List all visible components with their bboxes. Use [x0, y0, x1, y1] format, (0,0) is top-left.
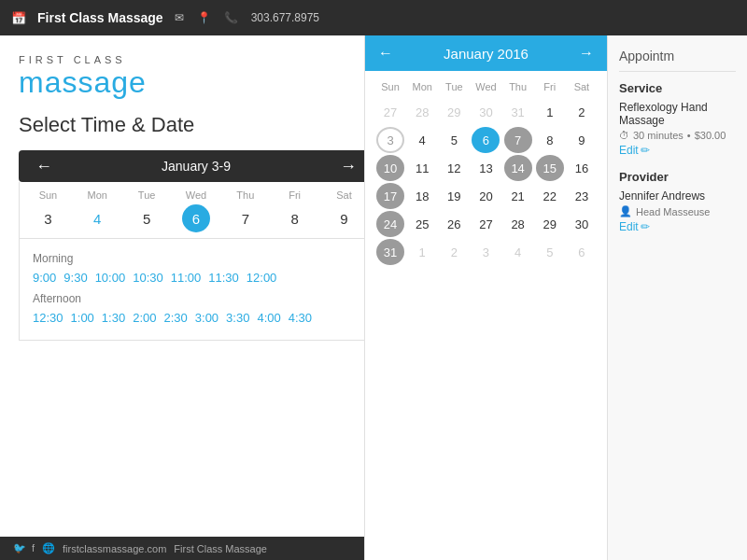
afternoon-slot-2-30[interactable]: 2:30 [163, 311, 187, 325]
cal-cell-27[interactable]: 27 [472, 211, 500, 237]
cal-hdr-sun: Sun [374, 78, 406, 95]
cal-cell-6[interactable]: 6 [472, 127, 500, 153]
morning-slot-9-00[interactable]: 9:00 [33, 271, 56, 285]
cal-cell-30[interactable]: 30 [472, 99, 500, 125]
cal-cell-15[interactable]: 15 [536, 155, 564, 181]
cal-cell-14[interactable]: 14 [504, 155, 532, 181]
cal-cell-31[interactable]: 31 [504, 99, 532, 125]
day-num-3[interactable]: 3 [34, 204, 62, 232]
calendar-days-header: SunMonTueWedThuFriSat [374, 78, 598, 95]
week-prev-button[interactable]: ← [32, 158, 56, 175]
cal-cell-1[interactable]: 1 [408, 239, 436, 265]
day-col-tue[interactable]: Tue5 [125, 189, 168, 232]
cal-prev-button[interactable]: ← [378, 45, 393, 62]
morning-slot-11-00[interactable]: 11:00 [171, 271, 202, 285]
morning-slot-11-30[interactable]: 11:30 [208, 271, 239, 285]
cal-hdr-fri: Fri [534, 78, 566, 95]
morning-slot-12-00[interactable]: 12:00 [247, 271, 277, 285]
day-num-7[interactable]: 7 [232, 204, 260, 232]
edit-service-icon: ✏ [641, 144, 650, 157]
cal-cell-24[interactable]: 24 [376, 211, 404, 237]
day-name-fri: Fri [274, 189, 317, 201]
afternoon-slot-1-30[interactable]: 1:30 [102, 311, 125, 325]
cal-cell-10[interactable]: 10 [376, 155, 404, 181]
afternoon-slot-3-30[interactable]: 3:30 [226, 311, 249, 325]
cal-cell-29[interactable]: 29 [440, 99, 468, 125]
morning-slot-10-00[interactable]: 10:00 [95, 271, 126, 285]
afternoon-slot-2-00[interactable]: 2:00 [133, 311, 156, 325]
location-icon: 📍 [197, 11, 211, 24]
cal-cell-9[interactable]: 9 [568, 127, 596, 153]
cal-cell-18[interactable]: 18 [408, 183, 436, 209]
cal-cell-26[interactable]: 26 [440, 211, 468, 237]
twitter-icon[interactable]: 🐦 [13, 542, 26, 554]
cal-cell-19[interactable]: 19 [440, 183, 468, 209]
cal-cell-3[interactable]: 3 [376, 127, 404, 153]
edit-service-button[interactable]: Edit ✏ [619, 144, 736, 157]
afternoon-slot-4-00[interactable]: 4:00 [257, 311, 280, 325]
cal-cell-23[interactable]: 23 [568, 183, 596, 209]
cal-cell-11[interactable]: 11 [408, 155, 436, 181]
footer-social: 🐦 f [13, 542, 35, 554]
edit-service-label: Edit [619, 144, 639, 157]
afternoon-slot-12-30[interactable]: 12:30 [33, 311, 63, 325]
cal-cell-21[interactable]: 21 [504, 183, 532, 209]
week-picker: ← January 3-9 → [19, 150, 364, 182]
cal-cell-16[interactable]: 16 [568, 155, 596, 181]
week-next-button[interactable]: → [336, 158, 360, 175]
cal-cell-4[interactable]: 4 [408, 127, 436, 153]
footer-brand: First Class Massage [174, 543, 267, 554]
service-duration-price: ⏱ 30 minutes • $30.00 [619, 130, 736, 141]
cal-week-4: 24252627282930 [374, 211, 598, 237]
cal-cell-4[interactable]: 4 [504, 239, 532, 265]
cal-cell-5[interactable]: 5 [440, 127, 468, 153]
cal-week-2: 10111213141516 [374, 155, 598, 181]
cal-cell-28[interactable]: 28 [408, 99, 436, 125]
cal-cell-13[interactable]: 13 [472, 155, 500, 181]
cal-cell-5[interactable]: 5 [536, 239, 564, 265]
day-col-sat[interactable]: Sat9 [322, 189, 364, 232]
day-col-fri[interactable]: Fri8 [274, 189, 317, 232]
afternoon-slot-3-00[interactable]: 3:00 [195, 311, 218, 325]
cal-cell-31[interactable]: 31 [376, 239, 404, 265]
day-col-sun[interactable]: Sun3 [26, 189, 69, 232]
afternoon-slot-1-00[interactable]: 1:00 [71, 311, 94, 325]
day-num-9[interactable]: 9 [330, 204, 358, 232]
cal-cell-2[interactable]: 2 [440, 239, 468, 265]
person-icon: 👤 [619, 205, 632, 217]
cal-cell-1[interactable]: 1 [536, 99, 564, 125]
day-col-thu[interactable]: Thu7 [224, 189, 267, 232]
morning-slot-10-30[interactable]: 10:30 [133, 271, 163, 285]
clock-icon: ⏱ [619, 130, 629, 141]
day-col-mon[interactable]: Mon4 [76, 189, 119, 232]
day-num-8[interactable]: 8 [281, 204, 309, 232]
morning-slots: 9:009:3010:0010:3011:0011:3012:00 [33, 271, 359, 285]
cal-cell-3[interactable]: 3 [472, 239, 500, 265]
calendar-header: ← January 2016 → [365, 35, 607, 71]
day-col-wed[interactable]: Wed6 [175, 189, 218, 232]
day-num-4[interactable]: 4 [83, 204, 111, 232]
provider-section: Provider Jennifer Andrews 👤 Head Masseus… [619, 170, 736, 233]
morning-slot-9-30[interactable]: 9:30 [63, 271, 87, 285]
cal-cell-6[interactable]: 6 [568, 239, 596, 265]
cal-hdr-tue: Tue [438, 78, 470, 95]
cal-cell-22[interactable]: 22 [536, 183, 564, 209]
cal-cell-28[interactable]: 28 [504, 211, 532, 237]
afternoon-slot-4-30[interactable]: 4:30 [289, 311, 312, 325]
cal-cell-17[interactable]: 17 [376, 183, 404, 209]
cal-cell-29[interactable]: 29 [536, 211, 564, 237]
cal-cell-12[interactable]: 12 [440, 155, 468, 181]
day-num-5[interactable]: 5 [133, 204, 161, 232]
cal-next-button[interactable]: → [579, 45, 594, 62]
day-num-6[interactable]: 6 [182, 204, 210, 232]
cal-cell-2[interactable]: 2 [568, 99, 596, 125]
edit-provider-button[interactable]: Edit ✏ [619, 220, 736, 233]
facebook-icon[interactable]: f [32, 542, 35, 554]
cal-cell-7[interactable]: 7 [504, 127, 532, 153]
cal-cell-25[interactable]: 25 [408, 211, 436, 237]
cal-cell-20[interactable]: 20 [472, 183, 500, 209]
edit-provider-icon: ✏ [641, 220, 650, 233]
cal-cell-8[interactable]: 8 [536, 127, 564, 153]
cal-cell-27[interactable]: 27 [376, 99, 404, 125]
cal-cell-30[interactable]: 30 [568, 211, 596, 237]
